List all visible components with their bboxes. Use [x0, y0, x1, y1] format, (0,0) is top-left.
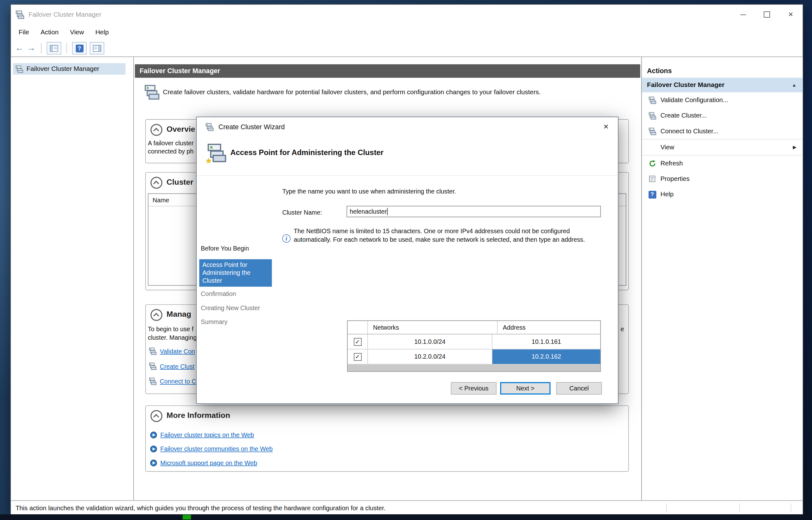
actions-pane: Actions Failover Cluster Manager ▲ Valid…: [641, 57, 803, 501]
minimize-button[interactable]: [731, 5, 755, 25]
help-icon: [648, 191, 656, 199]
network-row[interactable]: 10.1.0.0/24 10.1.0.161: [348, 334, 601, 349]
checkbox-column-header: [348, 321, 368, 334]
link-label[interactable]: Microsoft support page on the Web: [160, 460, 257, 467]
next-button[interactable]: Next >: [500, 382, 551, 394]
link-label[interactable]: Connect to C: [160, 378, 196, 385]
cluster-icon: [145, 84, 160, 100]
section-title: Cluster: [166, 177, 193, 186]
link-microsoft-support[interactable]: Microsoft support page on the Web: [150, 460, 257, 467]
results-pane-header: Failover Cluster Manager: [135, 64, 640, 78]
clusters-name-column-header[interactable]: Name: [153, 196, 169, 204]
maximize-button[interactable]: [755, 5, 779, 25]
network-cell[interactable]: 10.2.0.0/24: [368, 349, 492, 364]
step-confirmation[interactable]: Confirmation: [201, 290, 236, 297]
show-action-pane-button[interactable]: [90, 42, 104, 54]
help-toolbar-button[interactable]: [72, 42, 87, 54]
actions-group-header[interactable]: Failover Cluster Manager ▲: [642, 78, 803, 92]
network-checkbox[interactable]: [354, 338, 362, 346]
forward-icon[interactable]: →: [27, 43, 36, 54]
wizard-titlebar[interactable]: Create Cluster Wizard ×: [197, 117, 618, 136]
action-label: Create Cluster...: [660, 112, 706, 119]
link-failover-communities[interactable]: Failover cluster communities on the Web: [150, 445, 273, 452]
intro-text: Create failover clusters, validate hardw…: [163, 88, 541, 96]
console-tree-pane: Failover Cluster Manager: [11, 57, 134, 501]
link-label[interactable]: Failover cluster topics on the Web: [160, 432, 254, 439]
network-row[interactable]: 10.2.0.0/24 10.2.0.162: [348, 349, 601, 365]
networks-column-header[interactable]: Networks: [368, 321, 498, 334]
step-access-point-active[interactable]: Access Point for Administering the Clust…: [199, 259, 272, 287]
action-label: Help: [660, 191, 674, 198]
action-refresh[interactable]: Refresh: [642, 155, 803, 171]
toolbar: ← →: [11, 40, 803, 57]
step-before-you-begin[interactable]: Before You Begin: [201, 244, 249, 252]
address-cell[interactable]: 10.2.0.162: [492, 349, 600, 364]
taskbar-app-icon[interactable]: [183, 515, 191, 520]
action-view[interactable]: View ▶: [642, 139, 803, 155]
cluster-icon: [206, 123, 214, 131]
link-label[interactable]: Failover cluster communities on the Web: [160, 445, 273, 452]
step-creating-new-cluster[interactable]: Creating New Cluster: [201, 305, 260, 312]
link-failover-topics[interactable]: Failover cluster topics on the Web: [150, 432, 254, 439]
star-icon: ★: [206, 157, 212, 165]
action-properties[interactable]: Properties: [642, 171, 803, 187]
wizard-header: ★ Access Point for Administering the Clu…: [197, 136, 618, 176]
previous-button[interactable]: < Previous: [451, 382, 496, 394]
cluster-icon: [648, 127, 656, 135]
close-button[interactable]: ×: [779, 5, 803, 25]
close-icon: ×: [788, 10, 793, 19]
management-text-fragment: e: [621, 326, 624, 333]
window-titlebar[interactable]: Failover Cluster Manager ×: [11, 5, 803, 25]
collapse-section-icon[interactable]: [150, 124, 162, 136]
link-label[interactable]: Validate Con: [160, 347, 195, 355]
action-connect-to-cluster[interactable]: Connect to Cluster...: [642, 124, 803, 139]
cluster-icon: [648, 96, 656, 104]
wizard-title: Create Cluster Wizard: [218, 123, 285, 131]
menu-action[interactable]: Action: [35, 24, 64, 40]
collapse-section-icon[interactable]: [150, 410, 162, 422]
desktop: Failover Cluster Manager × File Action V…: [0, 0, 812, 520]
step-summary[interactable]: Summary: [201, 318, 228, 326]
address-cell[interactable]: 10.1.0.161: [492, 334, 600, 349]
wizard-close-button[interactable]: ×: [594, 117, 618, 136]
action-validate-configuration[interactable]: Validate Configuration...: [642, 92, 803, 108]
menu-help[interactable]: Help: [89, 24, 114, 40]
help-icon: [75, 45, 83, 52]
wizard-steps: Before You Begin Access Point for Admini…: [197, 175, 273, 404]
cluster-name-input[interactable]: helenacluster: [347, 206, 601, 217]
network-cell[interactable]: 10.1.0.0/24: [368, 334, 492, 349]
action-create-cluster[interactable]: Create Cluster...: [642, 108, 803, 123]
link-create-cluster[interactable]: Create Clust: [149, 362, 194, 370]
cancel-button[interactable]: Cancel: [556, 382, 602, 394]
networks-table-header: Networks Address: [348, 321, 601, 334]
actions-group-label: Failover Cluster Manager: [647, 81, 725, 88]
link-label[interactable]: Create Clust: [160, 363, 194, 370]
taskbar[interactable]: [0, 514, 812, 520]
statusbar-divider: [791, 503, 791, 512]
overview-text: connected by ph: [148, 148, 193, 155]
menu-file[interactable]: File: [13, 24, 35, 40]
action-label: Properties: [660, 175, 689, 182]
wizard-page-title: Access Point for Administering the Clust…: [230, 148, 384, 156]
link-validate-configuration[interactable]: Validate Con: [149, 347, 195, 355]
status-bar: This action launches the validation wiza…: [11, 500, 803, 515]
cluster-icon: [648, 112, 656, 120]
link-connect-to-cluster[interactable]: Connect to C: [149, 378, 196, 385]
minimize-icon: [740, 14, 746, 15]
cluster-icon: [149, 362, 157, 370]
maximize-icon: [764, 11, 770, 18]
overview-text: A failover cluster: [148, 139, 193, 147]
back-icon[interactable]: ←: [15, 43, 24, 54]
wizard-instruction: Type the name you want to use when admin…: [282, 188, 456, 195]
status-text: This action launches the validation wiza…: [16, 504, 386, 512]
section-title: More Information: [166, 411, 230, 419]
menu-view[interactable]: View: [64, 24, 89, 40]
collapse-section-icon[interactable]: [150, 177, 162, 189]
address-column-header[interactable]: Address: [498, 321, 601, 334]
action-help[interactable]: Help: [642, 187, 803, 202]
collapse-group-icon[interactable]: ▲: [792, 83, 796, 87]
collapse-section-icon[interactable]: [150, 309, 162, 321]
network-checkbox[interactable]: [354, 353, 362, 361]
tree-item-failover-cluster-manager[interactable]: Failover Cluster Manager: [13, 63, 126, 75]
show-console-tree-button[interactable]: [47, 42, 61, 54]
